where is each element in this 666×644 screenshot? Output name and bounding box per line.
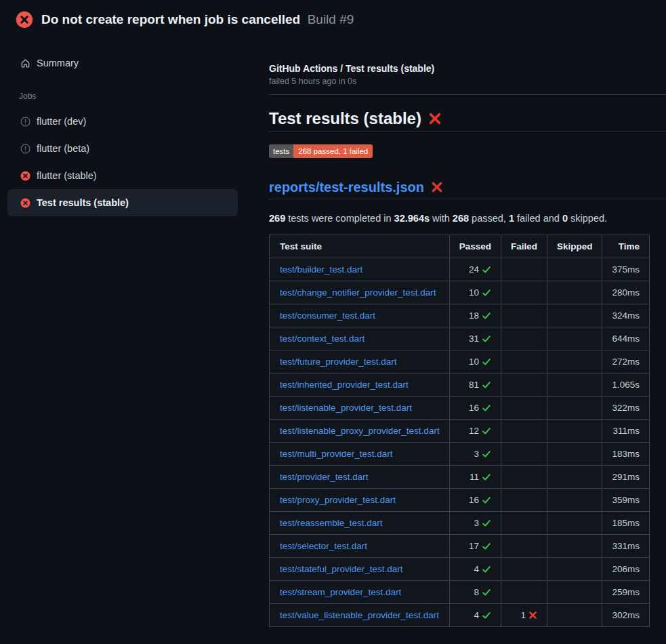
cell-test-suite: test/listenable_provider_test.dart <box>270 397 450 420</box>
column-header-test-suite: Test suite <box>270 235 450 258</box>
build-number: Build #9 <box>308 12 354 26</box>
test-suite-link[interactable]: test/provider_test.dart <box>280 472 369 482</box>
test-suite-link[interactable]: test/listenable_proxy_provider_test.dart <box>280 426 440 436</box>
check-icon <box>482 519 491 528</box>
test-suite-link[interactable]: test/future_provider_test.dart <box>280 357 397 367</box>
cell-passed-value: 10 <box>469 357 491 367</box>
test-suite-link[interactable]: test/proxy_provider_test.dart <box>280 495 396 505</box>
cell-skipped <box>547 281 602 304</box>
check-icon <box>482 357 491 367</box>
cell-passed-value: 81 <box>469 380 491 390</box>
cell-time: 359ms <box>602 489 650 512</box>
test-suite-link[interactable]: test/consumer_test.dart <box>280 310 375 321</box>
table-row: test/multi_provider_test.dart3183ms <box>270 443 650 466</box>
summary-segment: failed and <box>514 213 562 224</box>
sidebar-item-flutter-dev[interactable]: flutter (dev) <box>7 108 238 135</box>
cell-passed-value: 3 <box>474 449 491 459</box>
cell-test-suite: test/context_test.dart <box>270 327 450 350</box>
check-icon <box>482 472 491 482</box>
cell-passed: 4 <box>449 558 501 581</box>
cell-passed: 8 <box>449 581 501 604</box>
test-suite-link[interactable]: test/builder_test.dart <box>280 264 362 275</box>
table-row: test/listenable_proxy_provider_test.dart… <box>270 420 650 443</box>
cell-failed <box>501 374 547 397</box>
cell-passed-value: 3 <box>474 518 491 528</box>
sidebar-item-test-results-stable[interactable]: Test results (stable) <box>7 189 238 216</box>
cell-skipped <box>547 304 602 327</box>
test-suite-link[interactable]: test/stream_provider_test.dart <box>280 587 401 597</box>
cell-skipped <box>547 535 602 558</box>
cell-failed <box>501 512 547 535</box>
table-row: test/listenable_provider_test.dart16322m… <box>270 397 650 420</box>
table-row: test/proxy_provider_test.dart16359ms <box>270 489 650 512</box>
test-suite-link[interactable]: test/change_notifier_provider_test.dart <box>280 287 436 298</box>
cell-passed: 3 <box>449 512 501 535</box>
cell-passed: 16 <box>449 397 501 420</box>
table-row: test/builder_test.dart24375ms <box>270 258 650 281</box>
cell-failed <box>501 558 547 581</box>
test-suite-link[interactable]: test/stateful_provider_test.dart <box>280 564 403 574</box>
badge-value: 268 passed, 1 failed <box>293 144 373 158</box>
cell-skipped <box>547 443 602 466</box>
test-suite-link[interactable]: test/value_listenable_provider_test.dart <box>280 610 439 620</box>
cell-time: 375ms <box>602 258 650 281</box>
tests-summary-text: 269 tests were completed in 32.964s with… <box>269 213 666 224</box>
cell-passed: 31 <box>449 327 501 350</box>
report-file-link[interactable]: reports/test-results.json <box>269 179 424 195</box>
table-row: test/inherited_provider_test.dart811.065… <box>270 374 650 397</box>
check-icon <box>482 611 491 620</box>
check-icon <box>482 565 491 574</box>
cell-test-suite: test/value_listenable_provider_test.dart <box>270 604 450 627</box>
test-suite-link[interactable]: test/reassemble_test.dart <box>280 518 383 528</box>
test-suite-link[interactable]: test/inherited_provider_test.dart <box>280 380 409 390</box>
table-row: test/context_test.dart31644ms <box>270 327 650 350</box>
cell-skipped <box>547 581 602 604</box>
section-heading-text: Test results (stable) <box>269 108 421 129</box>
cell-skipped <box>547 604 602 627</box>
cell-failed <box>501 466 547 489</box>
column-header-failed: Failed <box>501 235 547 258</box>
cell-passed: 12 <box>449 420 501 443</box>
sidebar-item-flutter-stable[interactable]: flutter (stable) <box>7 162 238 189</box>
job-label: flutter (dev) <box>37 116 86 127</box>
cell-passed-value: 12 <box>469 426 491 436</box>
column-header-passed: Passed <box>449 235 501 258</box>
test-suite-link[interactable]: test/context_test.dart <box>280 334 365 344</box>
cell-passed-value: 10 <box>469 287 491 298</box>
cell-failed: 1 <box>501 604 547 627</box>
summary-segment: 269 <box>269 213 285 224</box>
cell-time: 183ms <box>602 443 650 466</box>
cell-failed <box>501 281 547 304</box>
check-icon <box>482 588 491 597</box>
cell-time: 206ms <box>602 558 650 581</box>
cell-test-suite: test/reassemble_test.dart <box>270 512 450 535</box>
summary-segment: passed, <box>469 213 509 224</box>
table-row: test/reassemble_test.dart3185ms <box>270 512 650 535</box>
summary-segment: 0 <box>562 213 568 224</box>
cell-skipped <box>547 420 602 443</box>
cell-passed-value: 11 <box>470 472 491 482</box>
column-header-time: Time <box>602 235 650 258</box>
check-icon <box>482 265 491 275</box>
cell-test-suite: test/stateful_provider_test.dart <box>270 558 450 581</box>
cell-passed: 3 <box>449 443 501 466</box>
test-suite-link[interactable]: test/selector_test.dart <box>280 541 367 551</box>
check-icon <box>482 449 491 459</box>
cell-test-suite: test/selector_test.dart <box>270 535 450 558</box>
cell-test-suite: test/stream_provider_test.dart <box>270 581 450 604</box>
sidebar-item-summary[interactable]: Summary <box>0 52 257 74</box>
run-status-line: failed 5 hours ago in 0s <box>269 77 666 86</box>
cell-passed: 10 <box>449 350 501 374</box>
test-suite-link[interactable]: test/listenable_provider_test.dart <box>280 403 412 413</box>
cell-passed: 10 <box>449 281 501 304</box>
test-suite-link[interactable]: test/multi_provider_test.dart <box>280 449 393 459</box>
check-icon <box>482 288 491 298</box>
check-icon <box>482 496 491 505</box>
table-row: test/value_listenable_provider_test.dart… <box>270 604 650 627</box>
sidebar-item-flutter-beta[interactable]: flutter (beta) <box>7 135 238 162</box>
summary-segment: tests were completed in <box>285 213 394 224</box>
cell-failed <box>501 420 547 443</box>
check-icon <box>482 426 491 436</box>
summary-segment: 268 <box>453 213 469 224</box>
cell-passed-value: 16 <box>469 495 491 505</box>
